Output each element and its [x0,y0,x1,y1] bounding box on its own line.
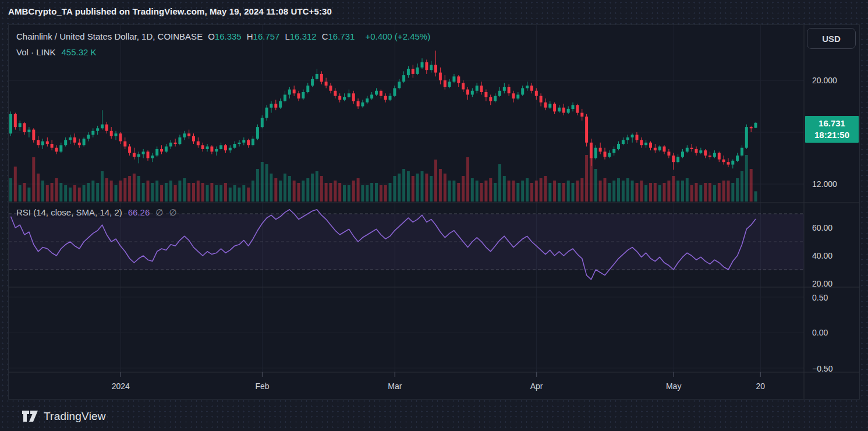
price-change: +0.400 (+2.45%) [365,31,430,41]
candles [9,51,757,170]
symbol-title: Chainlink / United States Dollar, 1D, CO… [16,31,203,41]
rsi-empty-value-1: ∅ [155,207,163,218]
axis-label: 0.00 [812,327,828,338]
volume-legend: Vol · LINK 455.32 K [16,47,97,57]
ohlc-O: O16.335 [208,31,242,41]
last-price: 16.731 [805,118,859,129]
ohlc-H: H16.757 [247,31,280,41]
time-label: Feb [256,381,270,391]
volume-value: 455.32 K [62,47,97,57]
time-label: 2024 [112,381,130,391]
attribution-text: AMBCrypto_TA published on TradingView.co… [8,6,332,16]
last-price-badge: 16.731 18:21:50 [805,116,859,143]
chart-container[interactable]: Chainlink / United States Dollar, 1D, CO… [8,24,860,400]
axis-label: −0.50 [812,363,832,374]
time-axis-ticks [121,372,760,377]
axis-label: 60.00 [812,222,832,233]
rsi-legend: RSI (14, close, SMA, 14, 2) 66.26 ∅ ∅ [16,207,179,218]
time-label: May [666,381,681,391]
time-label: Apr [530,381,543,391]
axis-label: 20.000 [812,75,837,86]
rsi-value: 66.26 [128,207,150,217]
axis-label: 20.00 [812,278,832,289]
tradingview-logo[interactable]: TradingView [22,407,106,426]
volume-label: Vol · LINK [16,47,56,57]
time-label: Mar [388,381,402,391]
countdown-timer: 18:21:50 [805,129,859,141]
tradingview-icon [22,411,38,422]
tradingview-wordmark: TradingView [44,410,106,423]
axis-label: 40.00 [812,250,832,261]
symbol-legend: Chainlink / United States Dollar, 1D, CO… [16,31,430,41]
ohlc-values: O16.335H16.757L16.312C16.731 [208,31,360,41]
screenshot-root: AMBCrypto_TA published on TradingView.co… [0,0,868,431]
currency-usd-button[interactable]: USD [807,28,856,49]
time-label: 20 [756,381,766,391]
ohlc-L: L16.312 [285,31,316,41]
volume-bars [9,155,757,202]
rsi-title: RSI (14, close, SMA, 14, 2) [16,207,122,217]
axis-label: 12.000 [812,179,837,189]
rsi-empty-value-2: ∅ [169,207,176,218]
ohlc-C: C16.731 [322,31,355,41]
axis-label: 0.50 [812,292,828,303]
